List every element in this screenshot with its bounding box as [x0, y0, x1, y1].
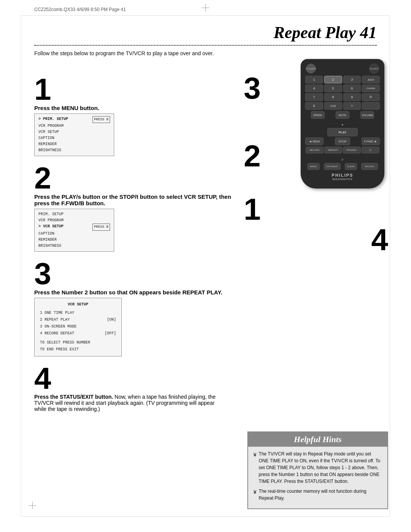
menu2-row-4: CAPTION — [38, 231, 110, 237]
remote-btn-ch: CHANEL — [362, 85, 380, 92]
remote-clear-btn: CLEAR — [345, 163, 357, 170]
remote-bottom-row-1: RECORD MEMORY PASSKEY F — [305, 147, 380, 153]
step-3-heading: Press the Number 2 button so that ON app… — [34, 289, 232, 296]
remote-f-btn: F — [362, 147, 379, 153]
crosshair-bottom-left-icon — [29, 502, 36, 509]
remote-ffwd-btn: F.FWD ► — [362, 137, 380, 145]
border-top — [21, 15, 390, 16]
press-b-label-1: PRESS B — [92, 116, 110, 123]
remote-tracking-btn: TRACKING — [361, 163, 378, 170]
remote-btn-1: 1 — [305, 76, 323, 83]
remote-bottom-row-2: MENU STATUS/EXIT CLEAR TRACKING — [305, 163, 380, 170]
page-title-area: Repeat Play 41 — [274, 23, 377, 42]
step-2-number: 2 — [34, 163, 232, 193]
remote-btn-2: 2 — [324, 76, 342, 83]
section-divider — [34, 45, 377, 46]
remote-btn-ach: A/CH — [362, 76, 380, 83]
page-header-meta: CCZ252comb.QX33 4/6/99 8:50 PM Page 41 — [34, 7, 126, 12]
page-title-text: Repeat Play — [274, 23, 356, 42]
vcr-row-3: 3 ON-SCREEN MODE — [40, 323, 116, 330]
menu-row-3: VCR SETUP — [38, 129, 110, 135]
hint-bullet-2: ¥ — [253, 488, 256, 496]
menu2-row-2: VCR PROGRAM — [38, 217, 110, 224]
hint-item-1: ¥ The TV/VCR will stay in Repeat Play mo… — [253, 451, 382, 485]
vcr-row-2: 2 REPEAT PLAY[ON] — [40, 316, 116, 323]
intro-text: Follow the steps below to program the TV… — [34, 50, 217, 58]
step-2-menu-screen: PRIM. SETUP VCR PROGRAM > VCR SETUP PRES… — [34, 209, 114, 251]
remote-btn-p: P — [362, 93, 380, 101]
menu2-row-6: BRIGHTNESS — [38, 243, 110, 249]
remote-btn-9: 9 — [343, 93, 361, 101]
remote-mid-row: SPEED MUTE VOLUME — [305, 111, 380, 119]
step-3-block: 3 Press the Number 2 button so that ON a… — [34, 259, 232, 356]
step-3-vcr-screen: VCR SETUP 1 ONE TIME PLAY 2 REPEAT PLAY[… — [34, 298, 122, 356]
step-4-block: 4 Press the STATUS/EXIT button. Now, whe… — [34, 363, 232, 412]
remote-number-grid: 1 2 3 A/CH 4 5 6 CHANEL 7 8 9 P 0 VCR + — [305, 76, 380, 110]
vcr-screen-title: VCR SETUP — [40, 301, 116, 308]
step-2-block: 2 Press the PLAY/s button or the STOP/t … — [34, 163, 232, 251]
remote-btn-4: 4 — [305, 85, 323, 92]
remote-memory-btn: MEMORY — [324, 147, 342, 153]
menu2-row-5: REMINDER — [38, 237, 110, 243]
border-bottom — [21, 516, 390, 517]
remote-rew-btn: ◄ REW — [305, 137, 323, 145]
remote-btn-8: 8 — [324, 93, 342, 101]
right-step-number-3: 3 — [244, 73, 261, 104]
remote-btn-3: 3 — [343, 76, 361, 83]
menu-row-6: BRIGHTNESS — [38, 147, 110, 153]
remote-btn-0: 0 — [305, 102, 323, 110]
menu-row-1: > PRIM. SETUP PRESS B — [38, 116, 110, 123]
step-4-number: 4 — [34, 363, 232, 394]
remote-menu-btn: MENU — [307, 163, 320, 170]
step-1-heading: Press the MENU button. — [34, 105, 232, 111]
menu2-row-3: > VCR SETUP PRESS B — [38, 224, 110, 230]
menu2-row-1: PRIM. SETUP — [38, 211, 110, 217]
helpful-hints-content: ¥ The TV/VCR will stay in Repeat Play mo… — [248, 447, 387, 508]
remote-transport-row: ◄ REW STOP F.FWD ► — [305, 137, 380, 145]
step-1-number: 1 — [34, 74, 232, 105]
remote-stop-btn: STOP — [335, 137, 350, 145]
remote-logo: PHILIPS MAGNAVOX — [304, 173, 381, 181]
step-2-heading-bold: Press the PLAY/s button or the STOP/t bu… — [34, 193, 231, 206]
menu-row-2: VCR PROGRAM — [38, 123, 110, 129]
step-1-block: 1 Press the MENU button. > PRIM. SETUP P… — [34, 74, 232, 156]
step-3-number: 3 — [34, 259, 232, 289]
philips-logo-text: PHILIPS — [304, 173, 381, 177]
hint-text-1: The TV/VCR will stay in Repeat Play mode… — [259, 451, 382, 485]
vcr-footer-2: TO END PRESS EXIT — [40, 346, 116, 353]
menu-row-5: REMINDER — [38, 141, 110, 147]
remote-btn-vcr: VCR — [324, 102, 342, 110]
right-step-number-4: 4 — [371, 225, 389, 255]
step-1-menu-screen: > PRIM. SETUP PRESS B VCR PROGRAM VCR SE… — [34, 113, 114, 156]
helpful-hints-box: Helpful Hints ¥ The TV/VCR will stay in … — [247, 431, 388, 509]
remote-play-btn: PLAY — [327, 128, 358, 136]
page-title: Repeat Play 41 — [274, 23, 377, 42]
vcr-row-4: 4 RECORD DEFEAT[OFF] — [40, 330, 116, 337]
press-b-label-2: PRESS B — [92, 224, 110, 230]
remote-record-btn: RECORD — [306, 147, 323, 153]
step-2-heading: Press the PLAY/s button or the STOP/t bu… — [34, 193, 232, 206]
remote-btn-plus: + — [343, 102, 361, 110]
remote-power-btn: POWER — [306, 64, 316, 73]
page-title-number: 41 — [360, 23, 377, 42]
border-left — [21, 15, 21, 517]
step-4-heading: Press the STATUS/EXIT button. Now, when … — [34, 394, 217, 412]
remote-btn-5: 5 — [324, 85, 342, 92]
remote-status-exit-btn: STATUS/EXIT — [324, 163, 341, 170]
remote-passkey-btn: PASSKEY — [343, 147, 361, 153]
remote-btn-6: 6 — [343, 85, 361, 92]
helpful-hints-title: Helpful Hints — [248, 432, 387, 447]
remote-control-illustration: POWER SLEEP 1 2 3 A/CH 4 5 6 CHANEL 7 8 … — [301, 59, 384, 189]
remote-sleep-btn: SLEEP — [369, 64, 379, 73]
remote-mute-btn: MUTE — [336, 111, 349, 119]
vcr-footer-1: TO SELECT PRESS NUMBER — [40, 339, 116, 346]
right-step-number-1: 1 — [244, 194, 261, 225]
hint-text-2: The real-time counter memory will not fu… — [259, 488, 382, 502]
vcr-row-1: 1 ONE TIME PLAY — [40, 310, 116, 316]
right-step-number-2: 2 — [244, 141, 261, 171]
magnavox-logo-text: MAGNAVOX — [304, 177, 381, 181]
remote-volume-btn: VOLUME — [360, 111, 374, 119]
remote-btn-7: 7 — [305, 93, 323, 101]
menu-row-4: CAPTION — [38, 135, 110, 141]
hint-bullet-1: ¥ — [253, 451, 256, 459]
